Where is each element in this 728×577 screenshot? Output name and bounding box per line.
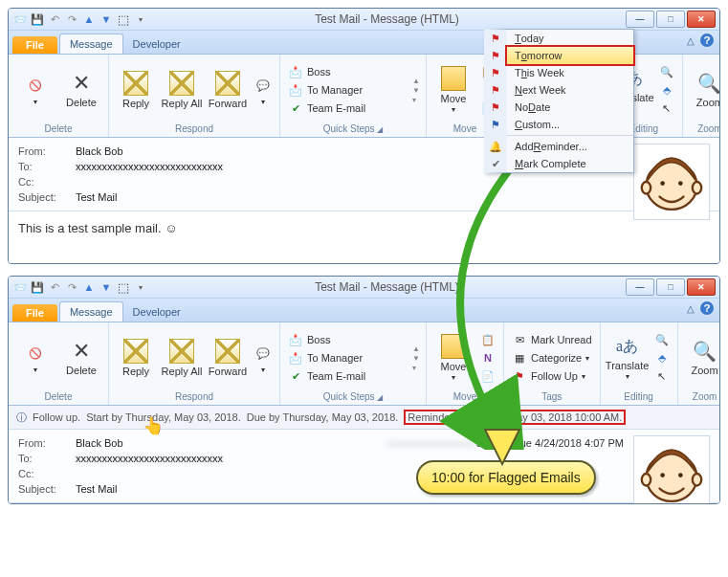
redo-icon[interactable]: ↷	[64, 279, 79, 295]
related-button[interactable]: ⬘	[657, 81, 676, 99]
maximize-button[interactable]: □	[656, 11, 685, 28]
forward-to-icon: 📩	[288, 64, 303, 79]
reply-label: Reply	[122, 98, 149, 109]
related-icon: ⬘	[654, 350, 670, 366]
svg-point-6	[660, 473, 665, 477]
quick-expand[interactable]: ▾	[412, 96, 420, 104]
menu-custom[interactable]: ⚑Custom...	[507, 116, 633, 133]
menu-tomorrow[interactable]: ⚑Tomorrow	[505, 45, 635, 66]
from-value: Black Bob	[76, 145, 521, 157]
quick-to-manager[interactable]: 📩To Manager	[286, 349, 408, 366]
quick-scroll-up[interactable]: ▲	[412, 344, 420, 353]
reply-all-button[interactable]: Reply All	[161, 71, 203, 109]
previous-icon[interactable]: ▲	[81, 279, 97, 295]
rules-button[interactable]: 📋	[478, 331, 497, 348]
find-button[interactable]: 🔍	[652, 331, 672, 348]
quick-scroll-down[interactable]: ▼	[412, 354, 420, 363]
forward-button[interactable]: Forward	[207, 71, 249, 109]
tab-message[interactable]: Message	[59, 33, 123, 54]
junk-button[interactable]: 🚫▾	[14, 342, 56, 375]
menu-no-date[interactable]: ⚑No Date	[507, 99, 633, 116]
related-button[interactable]: ⬘	[652, 349, 672, 366]
next-icon[interactable]: ▼	[99, 11, 114, 27]
body-text: This is a test sample mail. ☺	[18, 221, 177, 235]
quick-expand[interactable]: ▾	[412, 364, 420, 372]
menu-this-week[interactable]: ⚑This Week	[507, 64, 633, 81]
org-chart-icon[interactable]: ⬚	[116, 11, 131, 27]
save-icon[interactable]: 💾	[30, 11, 45, 27]
select-button[interactable]: ↖	[652, 367, 672, 385]
quick-scroll-down[interactable]: ▼	[412, 86, 420, 95]
redo-icon[interactable]: ↷	[64, 11, 79, 27]
follow-up-button[interactable]: ⚑Follow Up ▾	[510, 367, 594, 385]
find-button[interactable]: 🔍	[657, 63, 676, 80]
move-button[interactable]: Move▾	[432, 334, 474, 383]
group-zoom: 🔍Zoom Zoom	[683, 55, 720, 137]
menu-next-week[interactable]: ⚑Next Week	[507, 81, 633, 99]
tab-developer[interactable]: Developer	[123, 34, 190, 54]
quick-team-email[interactable]: ✔Team E-mail	[286, 100, 408, 117]
next-icon[interactable]: ▼	[99, 279, 114, 295]
minimize-ribbon-icon[interactable]: △	[687, 35, 695, 46]
undo-icon[interactable]: ↶	[47, 11, 62, 27]
quick-team-email[interactable]: ✔Team E-mail	[286, 367, 408, 385]
reply-icon	[123, 71, 148, 96]
org-chart-icon[interactable]: ⬚	[116, 279, 131, 295]
quick-to-manager[interactable]: 📩To Manager	[286, 81, 408, 99]
categorize-button[interactable]: ▦Categorize ▾	[510, 349, 594, 366]
select-button[interactable]: ↖	[657, 100, 676, 117]
delete-label: Delete	[66, 97, 97, 108]
quick-scroll-up[interactable]: ▲	[412, 77, 420, 85]
minimize-button[interactable]: —	[626, 11, 654, 28]
tab-file[interactable]: File	[12, 304, 57, 322]
minimize-ribbon-icon[interactable]: △	[687, 303, 695, 314]
help-icon[interactable]: ?	[700, 301, 714, 315]
quick-boss[interactable]: 📩Boss	[286, 63, 408, 80]
zoom-button[interactable]: 🔍Zoom	[689, 72, 720, 108]
minimize-button[interactable]: —	[626, 278, 654, 296]
svg-point-9	[693, 474, 701, 485]
tab-file[interactable]: File	[12, 36, 57, 54]
menu-mark-complete[interactable]: ✔Mark Complete	[507, 155, 633, 172]
reply-all-button[interactable]: Reply All	[161, 339, 203, 377]
ribbon-tabs: File Message Developer △ ?	[9, 299, 719, 322]
qat-more-icon[interactable]: ▾	[133, 11, 148, 27]
flag-icon: ⚑	[488, 50, 503, 62]
forward-button[interactable]: Forward	[207, 339, 249, 377]
quick-boss[interactable]: 📩Boss	[286, 331, 408, 348]
undo-icon[interactable]: ↶	[47, 279, 62, 295]
zoom-button[interactable]: 🔍Zoom	[684, 340, 720, 376]
annotation-callout: 10:00 for Flagged Emails	[416, 460, 596, 495]
close-button[interactable]: ✕	[687, 278, 716, 296]
close-button[interactable]: ✕	[687, 11, 716, 28]
tab-developer[interactable]: Developer	[123, 302, 190, 322]
reply-button[interactable]: Reply	[115, 71, 157, 109]
actions-button[interactable]: 📄	[478, 367, 497, 385]
save-icon[interactable]: 💾	[30, 279, 45, 295]
more-respond-button[interactable]: 💬▾	[253, 74, 274, 107]
window-title: Test Mail - Message (HTML)	[148, 280, 626, 294]
onenote-button[interactable]: N	[478, 349, 497, 366]
more-respond-button[interactable]: 💬▾	[253, 342, 274, 375]
translate-button[interactable]: aあTranslate▾	[607, 335, 649, 382]
maximize-button[interactable]: □	[656, 278, 685, 296]
zoom-label: Zoom	[696, 97, 720, 108]
title-bar: 📨 💾 ↶ ↷ ▲ ▼ ⬚ ▾ Test Mail - Message (HTM…	[9, 9, 719, 31]
from-address-redacted: xxxxxxxxxxxxxxxxx	[386, 437, 476, 449]
categorize-icon: ▦	[512, 350, 527, 366]
move-button[interactable]: Move▾	[432, 66, 474, 115]
previous-icon[interactable]: ▲	[81, 11, 97, 27]
delete-button[interactable]: ✕Delete	[60, 340, 102, 376]
junk-button[interactable]: 🚫▾	[14, 74, 56, 107]
group-delete: 🚫▾ ✕Delete Delete	[9, 55, 109, 137]
delete-button[interactable]: ✕Delete	[60, 72, 102, 108]
title-bar: 📨 💾 ↶ ↷ ▲ ▼ ⬚ ▾ Test Mail - Message (HTM…	[9, 277, 719, 299]
help-icon[interactable]: ?	[700, 33, 714, 47]
forward-label: Forward	[209, 366, 247, 377]
rules-icon: 📋	[480, 332, 496, 347]
reply-button[interactable]: Reply	[115, 339, 157, 377]
menu-add-reminder[interactable]: 🔔Add Reminder...	[507, 138, 633, 155]
tab-message[interactable]: Message	[59, 301, 123, 322]
mark-unread-button[interactable]: ✉Mark Unread	[510, 331, 594, 348]
qat-more-icon[interactable]: ▾	[133, 279, 148, 295]
